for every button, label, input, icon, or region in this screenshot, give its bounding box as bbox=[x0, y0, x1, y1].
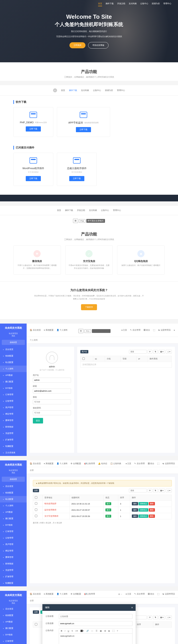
refresh-icon[interactable]: ⟳ bbox=[148, 489, 152, 492]
sidebar-item[interactable]: 订单管理 bbox=[0, 392, 27, 398]
th[interactable]: 创建时间 bbox=[70, 495, 103, 501]
email-input[interactable] bbox=[33, 388, 71, 394]
topbar-item[interactable]: 👤 个人资料 bbox=[57, 592, 68, 596]
delete-button[interactable]: 删除 bbox=[149, 508, 155, 512]
nav-item[interactable]: 开发文档 bbox=[117, 2, 125, 6]
download-button[interactable]: 立即下载 bbox=[76, 127, 91, 132]
subnav-item[interactable]: 回调为空 bbox=[105, 89, 113, 92]
th[interactable]: 操作 bbox=[130, 495, 172, 501]
sidebar-item[interactable]: 后台首页 bbox=[0, 483, 27, 490]
subnav-item[interactable]: 首页 bbox=[61, 89, 65, 92]
topbar-item[interactable]: ☰ 前台 bbox=[148, 592, 155, 596]
sidebar-item[interactable]: 后台首页 bbox=[0, 346, 27, 353]
refresh-icon[interactable]: ⟳ bbox=[148, 350, 152, 354]
sidebar-item[interactable]: 扩展管理 bbox=[0, 574, 27, 580]
sidebar-item[interactable]: 费率管理 bbox=[0, 417, 27, 424]
fullscreen-icon[interactable]: ⛶ bbox=[157, 463, 159, 465]
secondary-button[interactable]: 寻找在回事版 bbox=[88, 42, 108, 48]
topbar-item[interactable]: ⚙ 全局配置 bbox=[71, 592, 81, 596]
subnav-item[interactable]: 开发文档 bbox=[77, 209, 85, 212]
clear-button[interactable]: 清除状态 bbox=[139, 514, 148, 518]
table-icon[interactable]: ▦ bbox=[99, 629, 103, 632]
topbar-item[interactable]: ♦ 系统配置 bbox=[44, 462, 54, 465]
nav-item[interactable]: 公告中心 bbox=[140, 2, 148, 6]
sidebar-item[interactable]: 充值管理 bbox=[0, 430, 27, 436]
subnav-item[interactable]: 管理中心 bbox=[117, 89, 125, 92]
delete-button[interactable]: 删除 bbox=[149, 514, 155, 518]
topbar-item[interactable]: ♠ 主页 bbox=[121, 329, 127, 332]
clear-button[interactable]: 清除状态 bbox=[139, 502, 148, 505]
edit-button[interactable]: 编辑 bbox=[132, 514, 138, 518]
sidebar-item[interactable]: 充值管理 bbox=[0, 567, 27, 574]
sidebar-item[interactable]: 公告管理 bbox=[0, 398, 27, 404]
row-checkbox[interactable] bbox=[35, 508, 37, 511]
export-icon[interactable]: ⤓ ▾ bbox=[166, 489, 172, 492]
th[interactable]: ID bbox=[93, 356, 105, 362]
sidebar-item[interactable]: 站点配置 bbox=[0, 359, 27, 366]
sidebar-item[interactable]: 财务数据 bbox=[0, 424, 27, 430]
sidebar-item[interactable]: 主分类资表 bbox=[0, 450, 27, 456]
clear-button[interactable]: 清除状态 bbox=[139, 508, 148, 512]
topbar-item[interactable]: 👤 个人资料 bbox=[57, 329, 68, 332]
edit-button[interactable]: 编辑 bbox=[132, 508, 138, 512]
nav-item[interactable]: 回调为空 bbox=[152, 2, 160, 6]
sidebar-item[interactable]: 公告管理 bbox=[0, 535, 27, 541]
topbar-item[interactable]: ✎ 后台管理 bbox=[134, 592, 145, 596]
fullscreen-icon[interactable]: ⛶ bbox=[112, 629, 115, 632]
sidebar-item[interactable]: 订单管理 bbox=[0, 528, 27, 535]
dropdown-icon[interactable]: ▾ bbox=[174, 329, 175, 331]
sidebar-item[interactable]: DIY收款 bbox=[0, 385, 27, 392]
sidebar-item[interactable]: 扩展管理 bbox=[0, 436, 27, 443]
th[interactable]: 排序 bbox=[118, 495, 130, 501]
export-icon[interactable]: ⤓ ▾ bbox=[166, 616, 172, 619]
sidebar-item[interactable]: DIY收款 bbox=[0, 632, 27, 638]
export-icon[interactable]: ⤓ ▾ bbox=[166, 350, 172, 354]
th[interactable]: 等级 bbox=[120, 356, 136, 362]
nav-dot-icon[interactable]: ▸ bbox=[53, 88, 57, 92]
subnav-item[interactable]: 管理中心 bbox=[113, 209, 121, 212]
subnav-item[interactable]: 插件下载 bbox=[69, 89, 77, 92]
topbar-item[interactable]: ☯ 运营管理员 bbox=[163, 592, 175, 596]
topbar-item[interactable]: ♠ 主页 bbox=[126, 592, 131, 596]
image-icon[interactable]: ⊞ bbox=[103, 629, 107, 632]
title-input[interactable] bbox=[59, 614, 132, 619]
topbar-item[interactable]: ♦ 系统配置 bbox=[44, 329, 54, 332]
select-all-checkbox[interactable] bbox=[35, 496, 37, 499]
sidebar-item[interactable]: 后台首页 bbox=[0, 606, 27, 612]
strike-icon[interactable]: S bbox=[71, 629, 74, 632]
sidebar-item[interactable]: 绑定管理 bbox=[0, 548, 27, 554]
code-icon[interactable]: — bbox=[90, 629, 94, 632]
modify-input[interactable] bbox=[33, 400, 71, 404]
nav-item[interactable]: 首页 bbox=[98, 2, 102, 6]
help-icon[interactable]: ? bbox=[116, 629, 119, 632]
topbar-item[interactable]: 📢 公告管理 bbox=[84, 462, 95, 465]
sidebar-item[interactable]: 轮播配置 bbox=[0, 443, 27, 450]
password-input[interactable] bbox=[33, 410, 71, 415]
list-icon[interactable]: ☰ bbox=[95, 629, 98, 632]
edit-button[interactable]: 编辑 bbox=[132, 502, 138, 505]
topbar-item[interactable]: ✎ 后台管理 bbox=[134, 462, 145, 465]
sidebar-item[interactable]: 站点配置 bbox=[0, 496, 27, 502]
topbar-item[interactable]: 📢 公告管理 bbox=[84, 592, 95, 596]
sidebar-item[interactable]: API数据 bbox=[0, 619, 27, 625]
select-all-checkbox[interactable] bbox=[82, 358, 85, 360]
download-button[interactable]: 立即下载 bbox=[69, 176, 84, 181]
th[interactable]: 操作 bbox=[153, 622, 172, 628]
subnav-item[interactable]: 首页 bbox=[57, 209, 61, 212]
th[interactable]: 登录地址 bbox=[42, 495, 70, 501]
buy-now-button[interactable]: 立即购买 bbox=[70, 42, 86, 48]
close-icon[interactable]: ⊖ ← bbox=[118, 593, 123, 595]
sidebar-item[interactable]: 收款配置 bbox=[0, 353, 27, 359]
topbar-item[interactable]: 👤 个人资料 bbox=[57, 462, 68, 465]
th[interactable] bbox=[81, 356, 93, 362]
refresh-icon[interactable]: ⟳ bbox=[148, 616, 152, 619]
sidebar-item[interactable]: 轮播配置 bbox=[0, 580, 27, 586]
topbar-item[interactable]: ☯ 运营管理员 bbox=[163, 462, 175, 465]
sidebar-item[interactable]: 个人资料 bbox=[0, 366, 27, 372]
content-editor[interactable]: www.qymark.cn bbox=[59, 633, 132, 644]
sidebar-item[interactable]: 用户管理 bbox=[0, 404, 27, 411]
topbar-item[interactable]: ♦ 系统配置 bbox=[44, 592, 54, 596]
columns-icon[interactable]: ▦ ▾ bbox=[159, 616, 165, 619]
sidebar-item[interactable]: 财务数据 bbox=[0, 560, 27, 567]
search-input[interactable] bbox=[129, 489, 147, 492]
